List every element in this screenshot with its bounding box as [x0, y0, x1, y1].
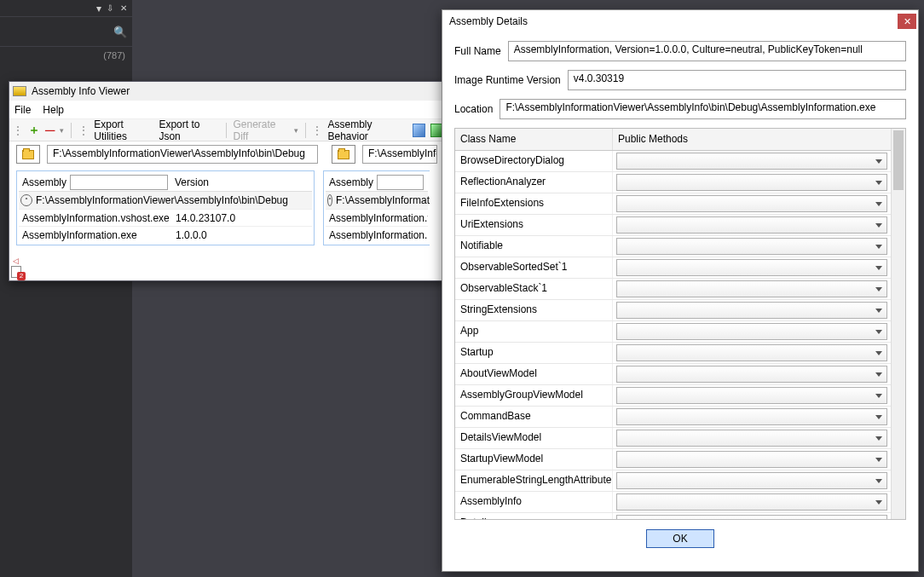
table-row[interactable]: Details [455, 513, 891, 519]
table-row[interactable]: Startup [455, 343, 891, 364]
table-row[interactable]: AssemblyInfo [455, 492, 891, 513]
vertical-scrollbar[interactable] [891, 129, 905, 519]
remove-button[interactable]: ─ [45, 123, 55, 138]
table-row[interactable]: Notifiable [455, 236, 891, 257]
table-row[interactable]: ObservableSortedSet`1 [455, 257, 891, 279]
table-row[interactable]: StartupViewModel [455, 449, 891, 470]
methods-cell [613, 172, 891, 193]
behavior-icon-a[interactable] [413, 124, 425, 137]
version-cell: 1.0.0.0 [172, 229, 207, 241]
methods-combobox[interactable] [616, 216, 887, 234]
methods-combobox[interactable] [616, 408, 887, 425]
class-grid: Class Name Public Methods BrowseDirector… [454, 128, 906, 520]
table-row[interactable]: BrowseDirectoryDialog [455, 151, 891, 172]
ok-button[interactable]: OK [646, 529, 714, 548]
table-row[interactable]: CommandBase [455, 407, 891, 428]
methods-combobox[interactable] [616, 451, 887, 468]
search-row: 🔍 [0, 17, 132, 47]
collapse-icon[interactable]: ˄ [327, 194, 332, 206]
methods-combobox[interactable] [616, 323, 887, 340]
methods-combobox[interactable] [616, 174, 887, 191]
methods-combobox[interactable] [616, 153, 887, 170]
runtime-input[interactable]: v4.0.30319 [568, 70, 906, 90]
table-row[interactable]: AssemblyInformation.vshost.exe 14.0.2310… [19, 209, 312, 226]
export-json-button[interactable]: Export to Json [159, 118, 218, 142]
methods-combobox[interactable] [616, 515, 887, 519]
dialog-body: Full Name AssemblyInformation, Version=1… [442, 32, 918, 523]
error-indicator[interactable] [11, 266, 21, 280]
full-name-input[interactable]: AssemblyInformation, Version=1.0.0.0, Cu… [508, 41, 906, 61]
col-public-methods[interactable]: Public Methods [613, 129, 891, 150]
methods-cell [613, 449, 891, 470]
methods-combobox[interactable] [616, 195, 887, 212]
group-path: F:\AssemblyInformationViewer\AssemblyInf… [36, 194, 288, 206]
assembly-name-cell: AssemblyInformation.ex [326, 229, 428, 241]
location-input[interactable]: F:\AssemblyInformationViewer\AssemblyInf… [500, 99, 906, 119]
menu-help[interactable]: Help [43, 104, 64, 116]
table-row[interactable]: AssemblyInformation.vs [326, 209, 428, 226]
table-row[interactable]: AboutViewModel [455, 364, 891, 385]
methods-combobox[interactable] [616, 344, 887, 361]
path-input[interactable]: F:\AssemblyInformationViewer\AssemblyInf… [47, 145, 318, 164]
class-name-cell: FileInfoExtensions [455, 193, 613, 214]
grid-header: Class Name Public Methods [455, 129, 891, 151]
pin-icon[interactable]: ⇩ [105, 3, 115, 13]
class-name-cell: AssemblyGroupViewModel [455, 385, 613, 406]
assembly-details-dialog: Assembly Details ✕ Full Name AssemblyInf… [442, 9, 919, 572]
table-row[interactable]: DetailsViewModel [455, 428, 891, 449]
dropdown-icon[interactable]: ▾ [60, 126, 64, 135]
col-class-name[interactable]: Class Name [455, 129, 613, 150]
browse-button[interactable] [16, 145, 40, 164]
methods-cell [613, 492, 891, 512]
table-row[interactable]: EnumerableStringLengthAttribute [455, 470, 891, 492]
path-input[interactable]: F:\AssemblyInfor [362, 145, 437, 164]
table-row[interactable]: ReflectionAnalyzer [455, 172, 891, 193]
close-button[interactable]: ✕ [898, 14, 916, 29]
collapse-icon[interactable]: ˄ [20, 194, 32, 206]
version-label: Version [168, 176, 209, 188]
methods-combobox[interactable] [616, 472, 887, 489]
table-row[interactable]: App [455, 321, 891, 343]
table-row[interactable]: ObservableStack`1 [455, 279, 891, 300]
separator [305, 123, 306, 138]
methods-combobox[interactable] [616, 493, 887, 511]
methods-combobox[interactable] [616, 280, 887, 297]
browse-row-right: F:\AssemblyInfor [325, 141, 444, 167]
dropdown-icon[interactable]: ▾ [294, 126, 298, 135]
methods-cell [613, 151, 891, 171]
group-header[interactable]: ˄ F:\AssemblyInformation [326, 192, 428, 209]
error-doc-icon [11, 266, 21, 278]
export-utilities-button[interactable]: Export Utilities [94, 118, 153, 142]
assembly-filter-input[interactable] [70, 175, 168, 190]
menu-file[interactable]: File [14, 104, 31, 116]
methods-cell [613, 470, 891, 491]
browse-button[interactable] [332, 145, 355, 164]
table-row[interactable]: UriExtensions [455, 215, 891, 236]
methods-combobox[interactable] [616, 430, 887, 447]
methods-combobox[interactable] [616, 302, 887, 319]
assembly-panel-left: Assembly Version ˄ F:\AssemblyInformatio… [16, 170, 315, 245]
assembly-filter-input[interactable] [377, 175, 424, 190]
methods-combobox[interactable] [616, 387, 887, 404]
group-header[interactable]: ˄ F:\AssemblyInformationViewer\AssemblyI… [19, 192, 312, 209]
methods-combobox[interactable] [616, 238, 887, 255]
table-row[interactable]: AssemblyInformation.ex [326, 226, 428, 243]
methods-cell [613, 513, 891, 519]
search-icon[interactable]: 🔍 [113, 26, 127, 38]
table-row[interactable]: FileInfoExtensions [455, 193, 891, 215]
result-count: (787) [0, 47, 132, 64]
methods-combobox[interactable] [616, 366, 887, 383]
class-name-cell: AboutViewModel [455, 364, 613, 384]
class-name-cell: ObservableSortedSet`1 [455, 257, 613, 278]
methods-cell [613, 407, 891, 427]
methods-combobox[interactable] [616, 259, 887, 276]
class-name-cell: StringExtensions [455, 300, 613, 320]
browse-row-left: F:\AssemblyInformationViewer\AssemblyInf… [9, 141, 325, 167]
table-row[interactable]: AssemblyGroupViewModel [455, 385, 891, 407]
table-row[interactable]: StringExtensions [455, 300, 891, 321]
dropdown-icon[interactable]: ▾ [96, 3, 101, 14]
add-button[interactable]: ＋ [28, 123, 40, 138]
close-icon[interactable]: ✕ [118, 3, 129, 13]
table-row[interactable]: AssemblyInformation.exe 1.0.0.0 [19, 226, 312, 243]
assembly-behavior-button[interactable]: Assembly Behavior [327, 118, 407, 142]
